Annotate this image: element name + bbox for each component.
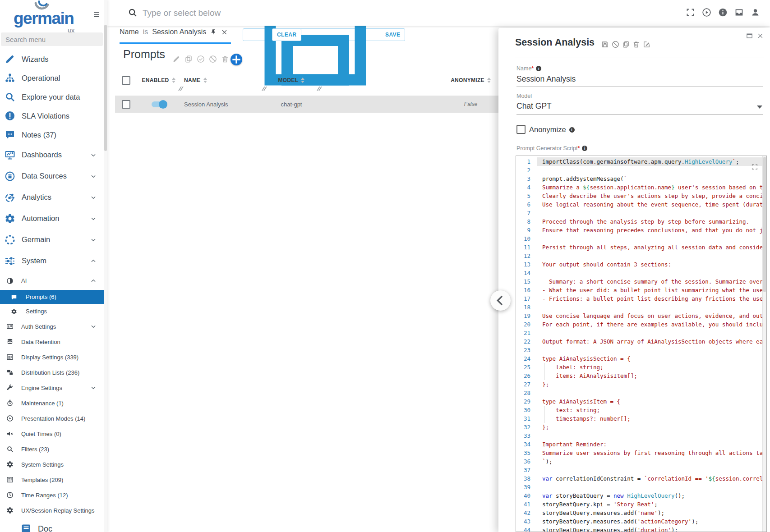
- chevron-up-icon[interactable]: [90, 278, 97, 284]
- sidebar-item-maintenance-1[interactable]: Maintenance (1): [0, 395, 104, 411]
- edit-icon[interactable]: [172, 55, 180, 63]
- sidebar-item-auth-settings[interactable]: Auth Settings: [0, 319, 104, 334]
- line-number: 16: [516, 286, 537, 294]
- play-icon[interactable]: [702, 8, 711, 17]
- sidebar-item-operational[interactable]: Operational: [0, 69, 104, 87]
- line-number: 25: [516, 363, 537, 371]
- column-resize-handle[interactable]: [263, 87, 265, 91]
- column-header-select[interactable]: [115, 76, 137, 85]
- code-line: 11Persist through all steps, analyzing a…: [516, 243, 766, 252]
- copy-icon[interactable]: [622, 41, 630, 48]
- active-filter-chip[interactable]: Name is Session Analysis: [120, 28, 228, 36]
- column-resize-handle[interactable]: [180, 87, 182, 91]
- select-all-checkbox[interactable]: [122, 76, 130, 85]
- sidebar-item-time-ranges-12[interactable]: Time Ranges (12): [0, 487, 104, 503]
- clear-filter-button[interactable]: CLEAR: [272, 28, 301, 41]
- sidebar-item-presentation-modes-14[interactable]: Presentation Modes (14): [0, 411, 104, 426]
- sidebar-item-system-settings[interactable]: System Settings: [0, 457, 104, 472]
- fullscreen-icon[interactable]: [686, 8, 695, 17]
- notifications-icon[interactable]: [734, 8, 744, 17]
- sidebar-item-data-sources[interactable]: Data Sources: [0, 165, 104, 187]
- column-resize-handle[interactable]: [318, 87, 320, 91]
- global-search-input[interactable]: [142, 5, 662, 21]
- model-field-value[interactable]: Chat GPT: [516, 101, 552, 111]
- menu-toggle-icon[interactable]: [92, 11, 101, 18]
- sidebar-item-label: Data Retention: [21, 339, 60, 345]
- save-filter-button[interactable]: SAVE: [243, 28, 405, 41]
- sidebar-item-explore-your-data[interactable]: Explore your data: [0, 87, 104, 106]
- chevron-down-icon[interactable]: [90, 152, 97, 158]
- sidebar-item-germain[interactable]: Germain: [0, 229, 104, 250]
- enabled-toggle[interactable]: [152, 101, 166, 107]
- sidebar-item-quiet-times-0[interactable]: Quiet Times (0): [0, 426, 104, 441]
- close-icon[interactable]: [757, 32, 764, 39]
- sidebar-item-engine-settings[interactable]: Engine Settings: [0, 380, 104, 395]
- remove-filter-icon[interactable]: [221, 29, 228, 36]
- expand-editor-icon[interactable]: [751, 163, 758, 170]
- line-number: 38: [516, 474, 537, 483]
- row-checkbox[interactable]: [122, 100, 130, 109]
- chevron-down-icon[interactable]: [90, 323, 97, 330]
- anonymize-checkbox[interactable]: [516, 125, 526, 134]
- sidebar-scrollbar[interactable]: [104, 0, 107, 532]
- column-header-name[interactable]: NAME: [180, 77, 264, 83]
- sidebar-item-prompts-6[interactable]: Prompts (6): [0, 290, 104, 304]
- chevron-down-icon[interactable]: [90, 194, 97, 201]
- sidebar-item-dashboards[interactable]: Dashboards: [0, 144, 104, 165]
- sidebar-item-distribution-lists-236[interactable]: Distribution Lists (236): [0, 365, 104, 380]
- sidebar-item-automation[interactable]: Automation: [0, 208, 104, 229]
- line-number: 12: [516, 252, 537, 260]
- editor-scrollbar[interactable]: [762, 156, 766, 532]
- add-prompt-button[interactable]: [231, 54, 242, 65]
- maximize-icon[interactable]: [746, 32, 753, 39]
- chevron-down-icon[interactable]: [90, 385, 97, 391]
- sidebar-item-ai[interactable]: AI: [0, 271, 104, 290]
- sidebar-item-system[interactable]: System: [0, 250, 104, 271]
- info-icon[interactable]: [718, 8, 728, 17]
- panel-collapse-button[interactable]: [490, 290, 511, 311]
- pin-icon[interactable]: [210, 29, 217, 36]
- sidebar-item-ux-session-replay-settings[interactable]: UX/Session Replay Settings: [0, 503, 104, 518]
- disable-icon[interactable]: [209, 55, 217, 63]
- chevron-up-icon[interactable]: [90, 258, 97, 264]
- line-number: 7: [516, 209, 537, 217]
- sidebar-item-settings[interactable]: Settings: [0, 304, 104, 319]
- sidebar-item-doc[interactable]: Doc: [0, 518, 104, 532]
- chevron-down-icon[interactable]: [90, 237, 97, 243]
- sort-icon[interactable]: [301, 78, 304, 83]
- user-avatar-icon[interactable]: [751, 8, 760, 17]
- code-line: 44storyBeatQuery.measures.add('duration'…: [516, 526, 766, 532]
- sort-icon[interactable]: [172, 78, 175, 83]
- sidebar-search-input[interactable]: [1, 32, 103, 46]
- dashed-circle-icon: [5, 234, 15, 245]
- sliders-icon: [5, 256, 15, 266]
- column-header-model[interactable]: MODEL: [264, 77, 319, 83]
- delete-icon[interactable]: [221, 55, 229, 63]
- script-code-editor[interactable]: 1importClass(com.germainsoftware.apm.que…: [516, 156, 767, 532]
- column-header-enabled[interactable]: ENABLED: [137, 77, 180, 83]
- delete-icon[interactable]: [632, 41, 640, 48]
- copy-icon[interactable]: [184, 55, 193, 63]
- cell-model: chat-gpt: [281, 101, 302, 108]
- chevron-down-icon[interactable]: [90, 173, 97, 179]
- sidebar-item-filters-23[interactable]: Filters (23): [0, 441, 104, 457]
- disable-icon[interactable]: [612, 41, 619, 48]
- name-field-value[interactable]: Session Analysis: [516, 74, 576, 84]
- sort-icon[interactable]: [203, 78, 207, 83]
- sidebar-item-wizards[interactable]: Wizards: [0, 50, 104, 69]
- book-icon: [21, 523, 32, 532]
- sidebar-item-templates-209[interactable]: Templates (209): [0, 472, 104, 487]
- sidebar-item-data-retention[interactable]: Data Retention: [0, 334, 104, 349]
- sort-icon[interactable]: [487, 78, 491, 83]
- approve-icon[interactable]: [197, 55, 205, 63]
- chevron-down-icon[interactable]: [90, 216, 97, 222]
- sidebar-item-display-settings-339[interactable]: Display Settings (339): [0, 349, 104, 365]
- sidebar-item-notes-37[interactable]: Notes (37): [0, 125, 104, 144]
- sidebar-item-analytics[interactable]: Analytics: [0, 187, 104, 208]
- save-icon[interactable]: [601, 41, 609, 48]
- chevron-down-icon[interactable]: [757, 105, 762, 109]
- sidebar-search[interactable]: [1, 32, 103, 46]
- play-circle-icon: [6, 415, 14, 422]
- edit-icon[interactable]: [643, 41, 650, 48]
- sidebar-item-sla-violations[interactable]: SLA Violations: [0, 106, 104, 125]
